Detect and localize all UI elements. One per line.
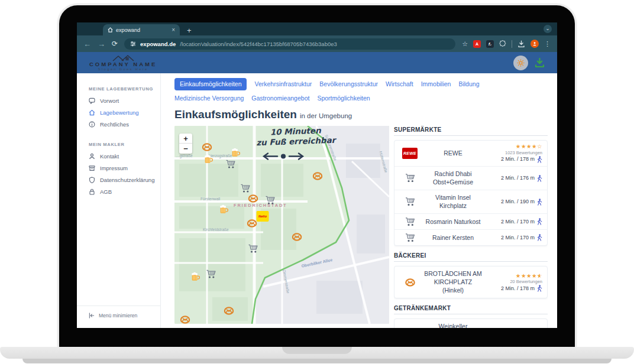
sidebar-item-kontakt[interactable]: Kontakt [77, 150, 160, 162]
app-body: MEINE LAGEBEWERTUNGVorwortLagebewertungR… [77, 73, 557, 328]
sun-icon [517, 59, 525, 67]
cart-icon [399, 197, 420, 206]
zoom-out-button[interactable]: − [179, 144, 192, 154]
collapse-left-icon [89, 313, 95, 318]
pretzel-marker-icon[interactable] [313, 172, 323, 183]
sidebar-item-impressum[interactable]: Impressum [77, 162, 160, 174]
walking-person-icon [537, 199, 542, 206]
place-name: Rainer Kersten [420, 232, 486, 244]
place-name: Rosmarin Naturkost [420, 216, 486, 228]
category-tabs: EinkaufsmöglichkeitenVerkehrsinfrastrukt… [174, 78, 548, 102]
site-settings-icon [130, 41, 136, 47]
place-details: 2 Min. / 176 m [486, 174, 542, 183]
user-icon [89, 153, 95, 160]
bookmark-star-icon[interactable]: ☆ [462, 40, 468, 48]
place-row-rachid-dhabi-obst-gem-se[interactable]: Rachid Dhabi Obst+Gemüse2 Min. / 176 m [394, 166, 547, 190]
pretzel-marker-icon[interactable] [248, 194, 258, 205]
pretzel-marker-icon[interactable] [202, 143, 212, 154]
reload-button[interactable]: ⟳ [112, 40, 118, 47]
tab-einkaufsm-glichkeiten[interactable]: Einkaufsmöglichkeiten [174, 78, 247, 90]
walk-radius-arrows-icon [262, 152, 305, 161]
pretzel-marker-icon[interactable] [224, 307, 234, 317]
map[interactable]: + − 10 Minuten zu Fuß erreichbar …gstraß… [174, 126, 389, 324]
profile-avatar[interactable] [531, 40, 539, 48]
sidebar-item-rechtliches[interactable]: Rechtliches [77, 118, 160, 130]
user-avatar[interactable] [513, 56, 528, 70]
walking-person-icon [537, 156, 542, 163]
back-button[interactable]: ← [83, 40, 91, 48]
cart-marker-icon[interactable] [248, 245, 258, 256]
sidebar-item-label: AGB [100, 188, 112, 195]
cart-marker-icon[interactable] [206, 270, 216, 281]
netto-marker-icon[interactable]: Netto [257, 211, 269, 222]
browser-menu-icon[interactable]: ⋮ [544, 40, 551, 48]
place-row-weinkeller-d-sseldorf-m-venpic[interactable]: Weinkeller Düsseldorf, Mövenpick Wein & … [394, 319, 547, 328]
cart-marker-icon[interactable] [226, 160, 236, 171]
toolbar-actions: ☆ A f₂ ⋮ [462, 40, 551, 48]
url-domain: expowand.de [140, 41, 176, 47]
new-tab-button[interactable]: + [187, 27, 192, 34]
forward-button[interactable]: → [98, 40, 105, 48]
address-bar[interactable]: expowand.de/locationValuation/index/542f… [124, 38, 455, 50]
walking-distance: 2 Min. / 178 m [501, 156, 542, 163]
tab-close-icon[interactable]: × [172, 27, 175, 33]
place-details: 2 Min. / 190 m [486, 197, 542, 207]
minimize-menu-button[interactable]: Menü minimieren [77, 306, 160, 328]
pretzel-marker-icon[interactable] [292, 233, 302, 243]
tab-verkehrsinfrastruktur[interactable]: Verkehrsinfrastruktur [254, 80, 312, 89]
places-panel: SUPERMÄRKTEREWEREWE★★★★☆1023 Bewertungen… [394, 126, 548, 328]
laptop-base [0, 347, 634, 359]
place-row-brotl-dchen-am-kirchplatz-hink[interactable]: BROTLÄDCHEN AM KIRCHPLATZ (Hinkel)★★★★☆★… [394, 266, 547, 298]
zoom-in-button[interactable]: + [179, 134, 192, 144]
beer-marker-icon[interactable] [219, 204, 228, 216]
archive-icon [89, 165, 95, 171]
cart-icon [399, 217, 420, 226]
reviews-count: 1023 Bewertungen [505, 150, 542, 155]
district-label: FRIEDRICHSTADT [234, 203, 287, 208]
beer-marker-icon[interactable] [203, 154, 213, 166]
extensions-puzzle-icon[interactable] [499, 40, 506, 47]
place-row-rosmarin-naturkost[interactable]: Rosmarin Naturkost2 Min. / 170 m [394, 213, 547, 229]
pretzel-icon [399, 278, 420, 287]
place-name: Vitamin Insel Kirchplatz [420, 192, 486, 212]
sidebar-item-agb[interactable]: AGB [77, 186, 160, 197]
browser-tab[interactable]: expowand × [103, 24, 180, 35]
tab-wirtschaft[interactable]: Wirtschaft [386, 80, 413, 89]
browser-tab-strip: expowand × + ⌄ [77, 22, 557, 35]
tab-search-chevron-icon[interactable]: ⌄ [544, 25, 552, 33]
tab-medizinische-versorgung[interactable]: Medizinische Versorgung [174, 94, 244, 103]
pdf-extension-icon[interactable]: A [473, 40, 481, 48]
app-header: COMPANY NAME Slogan Goes Here [77, 52, 557, 73]
downloads-icon[interactable] [517, 40, 525, 48]
sidebar-item-datenschutzerkl-rung[interactable]: Datenschutzerklärung [77, 174, 160, 186]
sidebar-item-lagebewertung[interactable]: Lagebewertung [77, 106, 160, 118]
places-section-b-ckerei: BÄCKEREIBROTLÄDCHEN AM KIRCHPLATZ (Hinke… [394, 252, 548, 298]
sidebar-section-title: MEINE LAGEBEWERTUNG [77, 86, 160, 95]
download-report-icon[interactable] [535, 58, 545, 68]
tab-immobilien[interactable]: Immobilien [421, 80, 451, 89]
comment-icon [89, 98, 95, 104]
pretzel-marker-icon[interactable] [180, 316, 190, 324]
place-row-rainer-kersten[interactable]: Rainer Kersten2 Min. / 170 m [394, 229, 547, 245]
sidebar-item-vorwort[interactable]: Vorwort [77, 95, 160, 106]
walking-distance: 2 Min. / 170 m [501, 234, 542, 241]
place-row-rewe[interactable]: REWEREWE★★★★☆1023 Bewertungen2 Min. / 17… [394, 141, 547, 166]
tab-gastronomieangebot[interactable]: Gastronomieangebot [251, 94, 309, 103]
cart-marker-icon[interactable] [266, 196, 276, 207]
map-zoom-control: + − [179, 134, 192, 154]
tab-bildung[interactable]: Bildung [458, 80, 479, 89]
fx-extension-icon[interactable]: f₂ [486, 40, 494, 48]
street-label: …gstraße [176, 154, 193, 158]
laptop-frame: expowand × + ⌄ ← → ⟳ expowand.de/locatio… [57, 4, 577, 347]
beer-marker-icon[interactable] [190, 272, 200, 284]
place-details: ★★★★☆★20 Bewertungen2 Min. / 178 m [486, 272, 542, 294]
beer-marker-icon[interactable] [231, 148, 240, 160]
cart-marker-icon[interactable] [241, 184, 251, 196]
tab-sportm-glichkeiten[interactable]: Sportmöglichkeiten [317, 94, 370, 103]
place-row-vitamin-insel-kirchplatz[interactable]: Vitamin Insel Kirchplatz2 Min. / 190 m [394, 190, 547, 213]
pretzel-marker-icon[interactable] [247, 219, 257, 230]
page-title-text: Einkaufsmöglichkeiten [174, 108, 297, 121]
laptop-screen: expowand × + ⌄ ← → ⟳ expowand.de/locatio… [77, 22, 557, 328]
tab-bev-lkerungsstruktur[interactable]: Bevölkerungsstruktur [319, 80, 378, 89]
sidebar-item-label: Lagebewertung [100, 109, 139, 116]
